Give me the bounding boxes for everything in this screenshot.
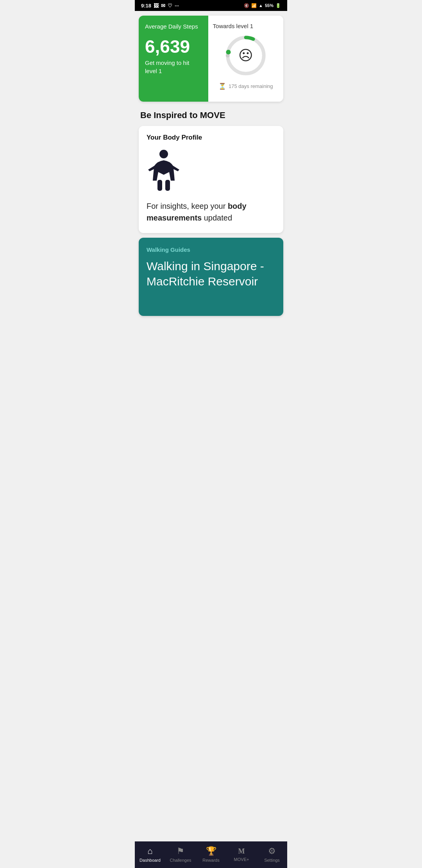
progress-circle: ☹ [224,34,267,77]
hourglass-icon: ⏳ [218,82,226,90]
dashboard-icon: ⌂ [147,846,152,856]
steps-value: 6,639 [145,38,202,56]
rewards-icon: 🏆 [206,846,216,856]
level-panel: Towards level 1 ☹ ⏳ 175 days remaining [208,16,283,102]
svg-point-4 [159,150,168,158]
nav-label-dashboard: Dashboard [139,858,161,863]
top-card[interactable]: Average Daily Steps 6,639 Get moving to … [139,16,283,102]
nav-item-settings[interactable]: ⚙ Settings [257,846,287,863]
nav-item-challenges[interactable]: ⚑ Challenges [165,846,196,863]
body-profile-title: Your Body Profile [147,134,275,142]
sad-face-icon: ☹ [238,47,253,64]
status-signal-icon: ▲ [259,3,263,8]
body-figure [147,149,275,192]
body-text-start: For insights, keep your [147,202,228,210]
towards-label: Towards level 1 [213,23,253,29]
status-wifi-icon: 📶 [251,3,257,8]
nav-item-rewards[interactable]: 🏆 Rewards [196,846,226,863]
nav-item-dashboard[interactable]: ⌂ Dashboard [135,846,165,863]
body-measurements-text: For insights, keep your body measurement… [147,200,275,224]
status-battery: 55% [265,3,274,8]
svg-rect-5 [157,180,162,191]
status-heart-icon: ♡ [168,3,172,9]
status-right: 🔇 📶 ▲ 55% 🔋 [244,3,281,8]
nav-label-settings: Settings [264,858,280,863]
days-remaining: ⏳ 175 days remaining [218,82,273,90]
inspired-title: Be Inspired to MOVE [135,106,287,124]
steps-panel: Average Daily Steps 6,639 Get moving to … [139,16,208,102]
walking-guides-title: Walking in Singapore - MacRitchie Reserv… [147,258,275,289]
bottom-nav: ⌂ Dashboard ⚑ Challenges 🏆 Rewards M MOV… [135,841,287,868]
walking-guides-label: Walking Guides [147,246,275,253]
body-text-end: updated [202,213,232,222]
status-bar: 9:18 🖼 ✉ ♡ ··· 🔇 📶 ▲ 55% 🔋 [135,0,287,11]
nav-label-rewards: Rewards [202,858,219,863]
nav-label-move-plus: MOVE+ [234,857,249,862]
settings-icon: ⚙ [268,846,276,856]
status-dots-icon: ··· [175,3,179,9]
steps-label: Average Daily Steps [145,23,202,30]
status-msg-icon: ✉ [161,3,165,9]
status-mute-icon: 🔇 [244,3,249,8]
steps-subtitle: Get moving to hit level 1 [145,59,202,75]
svg-rect-6 [165,180,170,191]
nav-label-challenges: Challenges [170,858,191,863]
scroll-area: Average Daily Steps 6,639 Get moving to … [135,16,287,348]
status-battery-icon: 🔋 [275,3,281,8]
days-remaining-text: 175 days remaining [229,83,273,89]
nav-item-move-plus[interactable]: M MOVE+ [226,847,257,862]
status-photo-icon: 🖼 [154,3,159,9]
walking-guides-card[interactable]: Walking Guides Walking in Singapore - Ma… [139,238,283,316]
status-left: 9:18 🖼 ✉ ♡ ··· [141,3,179,9]
move-plus-icon: M [238,847,245,855]
body-profile-card[interactable]: Your Body Profile For insights, keep you… [139,126,283,233]
status-time: 9:18 [141,3,151,9]
challenges-icon: ⚑ [177,846,184,856]
